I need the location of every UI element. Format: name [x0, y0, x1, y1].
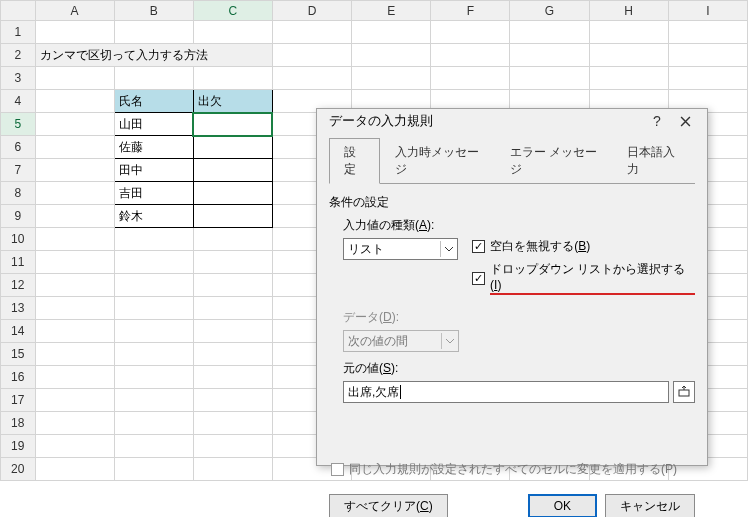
col-header[interactable]: B — [114, 1, 193, 21]
row-header[interactable]: 4 — [1, 90, 36, 113]
range-selector-button[interactable] — [673, 381, 695, 403]
collapse-dialog-icon — [678, 386, 690, 398]
table-row[interactable]: 吉田 — [114, 182, 193, 205]
tab-input-message[interactable]: 入力時メッセージ — [380, 138, 495, 184]
col-header[interactable]: H — [589, 1, 668, 21]
row-header[interactable]: 19 — [1, 435, 36, 458]
row-header[interactable]: 2 — [1, 44, 36, 67]
table-row[interactable]: 山田 — [114, 113, 193, 136]
svg-rect-0 — [679, 390, 689, 396]
row-header[interactable]: 3 — [1, 67, 36, 90]
text-cursor — [400, 385, 401, 399]
clear-all-button[interactable]: すべてクリア(C) — [329, 494, 448, 517]
dialog-title: データの入力規則 — [329, 112, 433, 130]
close-icon — [680, 116, 691, 127]
col-header[interactable]: F — [431, 1, 510, 21]
dialog-tabs: 設定 入力時メッセージ エラー メッセージ 日本語入力 — [329, 137, 695, 184]
row-header[interactable]: 9 — [1, 205, 36, 228]
corner-cell[interactable] — [1, 1, 36, 21]
cancel-button[interactable]: キャンセル — [605, 494, 695, 517]
in-cell-dropdown-label: ドロップダウン リストから選択する(I) — [490, 261, 695, 295]
active-cell[interactable] — [193, 113, 272, 136]
ignore-blank-checkbox[interactable]: ✓ 空白を無視する(B) — [472, 238, 695, 255]
col-header[interactable]: C — [193, 1, 272, 21]
row-header[interactable]: 14 — [1, 320, 36, 343]
data-select: 次の値の間 — [343, 330, 459, 352]
checkbox-checked-icon: ✓ — [472, 240, 485, 253]
row-header[interactable]: 15 — [1, 343, 36, 366]
title-cell[interactable]: カンマで区切って入力する方法 — [35, 44, 272, 67]
col-header[interactable]: D — [272, 1, 351, 21]
table-row[interactable]: 佐藤 — [114, 136, 193, 159]
col-header[interactable]: G — [510, 1, 589, 21]
chevron-down-icon — [441, 333, 457, 349]
source-input[interactable]: 出席,欠席 — [343, 381, 669, 403]
ok-button[interactable]: OK — [528, 494, 597, 517]
table-row[interactable]: 田中 — [114, 159, 193, 182]
row-header[interactable]: 10 — [1, 228, 36, 251]
table-cell[interactable] — [193, 136, 272, 159]
tab-error-alert[interactable]: エラー メッセージ — [495, 138, 612, 184]
close-button[interactable] — [671, 109, 699, 133]
data-value: 次の値の間 — [348, 333, 408, 350]
tab-settings[interactable]: 設定 — [329, 138, 380, 184]
row-header[interactable]: 13 — [1, 297, 36, 320]
col-header[interactable]: I — [668, 1, 747, 21]
col-header[interactable]: E — [352, 1, 431, 21]
checkbox-unchecked-icon — [331, 463, 344, 476]
col-header[interactable]: A — [35, 1, 114, 21]
apply-to-same-checkbox: 同じ入力規則が設定されたすべてのセルに変更を適用する(P) — [331, 461, 695, 478]
ignore-blank-label: 空白を無視する(B) — [490, 238, 590, 255]
allow-label: 入力値の種類(A): — [343, 217, 695, 234]
row-header[interactable]: 20 — [1, 458, 36, 481]
row-header[interactable]: 8 — [1, 182, 36, 205]
table-row[interactable]: 鈴木 — [114, 205, 193, 228]
apply-label: 同じ入力規則が設定されたすべてのセルに変更を適用する(P) — [349, 461, 677, 478]
row-header[interactable]: 11 — [1, 251, 36, 274]
allow-value: リスト — [348, 241, 384, 258]
row-header[interactable]: 7 — [1, 159, 36, 182]
source-value: 出席,欠席 — [348, 384, 399, 401]
row-header[interactable]: 17 — [1, 389, 36, 412]
source-label: 元の値(S): — [343, 360, 695, 377]
row-header[interactable]: 12 — [1, 274, 36, 297]
row-header[interactable]: 5 — [1, 113, 36, 136]
row-header[interactable]: 16 — [1, 366, 36, 389]
table-header-attend[interactable]: 出欠 — [193, 90, 272, 113]
table-header-name[interactable]: 氏名 — [114, 90, 193, 113]
table-cell[interactable] — [193, 205, 272, 228]
row-header[interactable]: 1 — [1, 21, 36, 44]
row-header[interactable]: 18 — [1, 412, 36, 435]
tab-ime[interactable]: 日本語入力 — [612, 138, 695, 184]
checkbox-checked-icon: ✓ — [472, 272, 485, 285]
table-cell[interactable] — [193, 182, 272, 205]
table-cell[interactable] — [193, 159, 272, 182]
chevron-down-icon — [440, 241, 456, 257]
data-label: データ(D): — [343, 309, 695, 326]
section-criteria: 条件の設定 — [329, 194, 695, 211]
dialog-titlebar[interactable]: データの入力規則 ? — [317, 109, 707, 133]
help-button[interactable]: ? — [643, 109, 671, 133]
allow-select[interactable]: リスト — [343, 238, 458, 260]
data-validation-dialog: データの入力規則 ? 設定 入力時メッセージ エラー メッセージ 日本語入力 条… — [316, 108, 708, 466]
in-cell-dropdown-checkbox[interactable]: ✓ ドロップダウン リストから選択する(I) — [472, 261, 695, 295]
row-header[interactable]: 6 — [1, 136, 36, 159]
